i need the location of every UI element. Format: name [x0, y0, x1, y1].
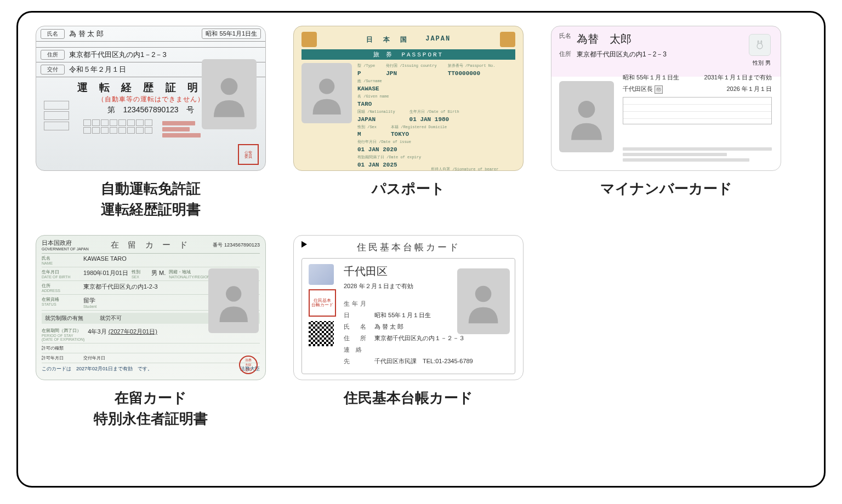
jk-stamp-icon: 住民基本台帳カード [309, 289, 336, 317]
mn-memo-box [623, 97, 772, 124]
dl-addr: 東京都千代田区丸の内1－2－3 [69, 50, 167, 60]
svg-point-3 [578, 101, 595, 118]
qr-code-icon [309, 321, 334, 346]
dl-photo [202, 59, 257, 129]
emblem-icon [500, 32, 515, 47]
mynumber-card: 氏名 為替 太郎 住所 東京都千代田区丸の内1－2－3 性別 男 昭和 55年１… [551, 26, 781, 171]
id-documents-frame: { "captions": { "dl": "自動運転免許証\n運転経歴証明書"… [16, 11, 826, 488]
pp-photo [301, 63, 352, 123]
emblem-icon [301, 32, 317, 47]
mn-addr: 東京都千代田区丸の内1－2－3 [577, 50, 667, 59]
drivers-license-cell: 氏名 為 替 太 郎 昭和 55年1月1日生 住所 東京都千代田区丸の内1－2－… [36, 26, 266, 220]
rabbit-icon [749, 34, 771, 56]
svg-point-5 [475, 286, 492, 302]
dl-issue: 令和５年２月１日 [69, 65, 126, 75]
jk-left-column: 住民基本台帳カード [309, 264, 336, 368]
rc-caption: 在留カード特別永住者証明書 [94, 388, 208, 429]
jk-photo [457, 268, 510, 334]
pp-country-en: JAPAN [425, 35, 451, 44]
rc-photo [208, 268, 259, 333]
pp-caption: パスポート [372, 179, 445, 199]
dl-seal-icon: 公安委員 [238, 144, 259, 165]
dl-name: 為 替 太 郎 [69, 29, 104, 39]
mynumber-cell: 氏名 為替 太郎 住所 東京都千代田区丸の内1－2－3 性別 男 昭和 55年１… [551, 26, 781, 199]
triangle-icon [301, 241, 307, 248]
juki-card: 住民基本台帳カード 住民基本台帳カード 千代田区 2028 年２月１日まで有効 … [293, 235, 524, 380]
passport-cell: 日 本 国 JAPAN 旅 券 PASSPORT 型 /TypeP 発行国 /I… [293, 26, 524, 199]
mn-caption: マイナンバーカード [600, 179, 732, 199]
ic-chip-icon [309, 264, 334, 285]
dl-name-label: 氏名 [41, 29, 65, 39]
residence-card-cell: 日本国政府GOVERNMENT OF JAPAN 在 留 カ ー ド 番号 12… [36, 235, 266, 429]
svg-point-0 [221, 78, 238, 95]
juki-card-cell: 住民基本台帳カード 住民基本台帳カード 千代田区 2028 年２月１日まで有効 … [293, 235, 524, 409]
mn-photo [559, 81, 614, 152]
drivers-license-card: 氏名 為 替 太 郎 昭和 55年1月1日生 住所 東京都千代田区丸の内1－2－… [36, 26, 266, 171]
dl-caption: 自動運転免許証運転経歴証明書 [101, 179, 201, 220]
dl-issue-label: 交付 [41, 65, 65, 75]
dl-dob: 昭和 55年1月1日生 [202, 28, 261, 39]
jk-caption: 住民基本台帳カード [344, 388, 473, 409]
passport-card: 日 本 国 JAPAN 旅 券 PASSPORT 型 /TypeP 発行国 /I… [293, 26, 524, 171]
svg-point-4 [226, 286, 241, 301]
svg-point-1 [319, 78, 334, 94]
pp-stripe: 旅 券 PASSPORT [301, 49, 515, 60]
mn-seal-icon: ㊞ [655, 85, 663, 94]
pp-country-jp: 日 本 国 [366, 35, 410, 44]
dl-side-tabs [44, 101, 69, 132]
residence-card: 日本国政府GOVERNMENT OF JAPAN 在 留 カ ー ド 番号 12… [36, 235, 266, 380]
mn-fineprint [623, 145, 772, 164]
mn-sex: 性別 男 [753, 59, 771, 67]
svg-point-2 [757, 43, 763, 49]
mn-name: 為替 太郎 [577, 32, 632, 47]
dl-addr-label: 住所 [41, 50, 65, 60]
